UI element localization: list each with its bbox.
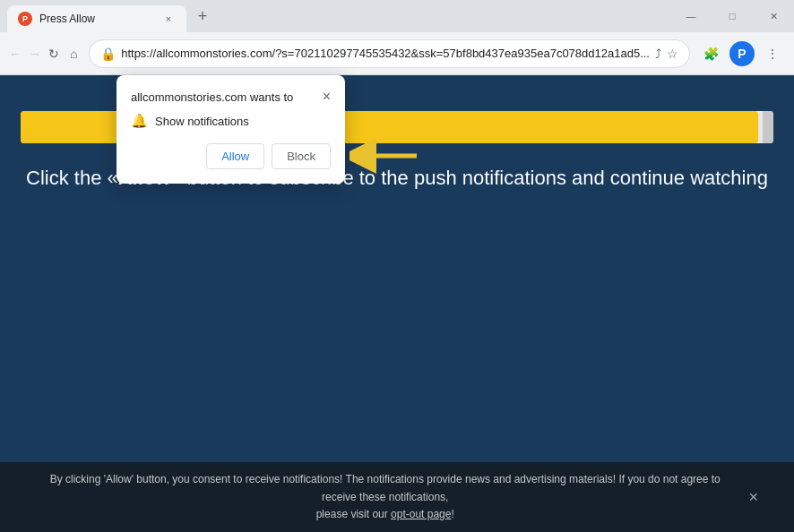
profile-avatar: P bbox=[729, 41, 755, 66]
popup-notification-row: 🔔 Show notifications bbox=[131, 113, 331, 129]
active-tab[interactable]: P Press Allow × bbox=[7, 5, 186, 32]
forward-button[interactable]: → bbox=[27, 39, 43, 68]
tab-bar: P Press Allow × + — □ ✕ bbox=[0, 0, 794, 32]
page-content: allcommonstories.com wants to × 🔔 Show n… bbox=[0, 75, 794, 532]
block-button[interactable]: Block bbox=[272, 143, 331, 169]
tab-title: Press Allow bbox=[39, 13, 154, 25]
banner-text2: please visit our bbox=[316, 508, 391, 520]
banner-main-text: By clicking 'Allow' button, you consent … bbox=[50, 473, 721, 502]
notification-popup: allcommonstories.com wants to × 🔔 Show n… bbox=[117, 75, 345, 184]
popup-close-button[interactable]: × bbox=[323, 90, 331, 104]
address-bar: ← → ↻ ⌂ 🔒 https://allcommonstories.com/?… bbox=[0, 32, 794, 75]
back-button[interactable]: ← bbox=[7, 39, 23, 68]
url-bar[interactable]: 🔒 https://allcommonstories.com/?s=702110… bbox=[89, 39, 690, 68]
banner-text3: ! bbox=[451, 508, 453, 520]
browser-window: P Press Allow × + — □ ✕ ← → ↻ ⌂ 🔒 https:… bbox=[0, 0, 794, 532]
home-button[interactable]: ⌂ bbox=[65, 39, 82, 68]
url-text: https://allcommonstories.com/?s=70211029… bbox=[121, 47, 650, 60]
popup-header: allcommonstories.com wants to × bbox=[131, 90, 331, 104]
popup-notification-label: Show notifications bbox=[155, 115, 249, 128]
progress-end-mark bbox=[763, 111, 773, 143]
window-controls: — □ ✕ bbox=[670, 0, 794, 32]
tab-favicon: P bbox=[18, 12, 32, 26]
tab-close-button[interactable]: × bbox=[161, 12, 176, 26]
minimize-button[interactable]: — bbox=[670, 0, 712, 32]
extensions-button[interactable]: 🧩 bbox=[697, 39, 726, 68]
body-text-before: Click the « bbox=[26, 167, 118, 189]
maximize-button[interactable]: □ bbox=[712, 0, 753, 32]
bottom-banner: By clicking 'Allow' button, you consent … bbox=[0, 462, 794, 532]
lock-icon: 🔒 bbox=[100, 47, 116, 61]
arrow-indicator bbox=[350, 138, 421, 177]
banner-text: By clicking 'Allow' button, you consent … bbox=[36, 471, 734, 523]
banner-close-button[interactable]: × bbox=[748, 485, 758, 511]
bell-icon: 🔔 bbox=[131, 113, 148, 129]
opt-out-link[interactable]: opt-out page bbox=[391, 508, 451, 520]
menu-button[interactable]: ⋮ bbox=[758, 39, 787, 68]
toolbar-icons: 🧩 P ⋮ bbox=[697, 39, 787, 68]
refresh-button[interactable]: ↻ bbox=[47, 39, 63, 68]
popup-title: allcommonstories.com wants to bbox=[131, 90, 293, 104]
close-window-button[interactable]: ✕ bbox=[753, 0, 794, 32]
allow-button[interactable]: Allow bbox=[206, 143, 264, 169]
share-icon[interactable]: ⤴ bbox=[655, 47, 661, 61]
profile-button[interactable]: P bbox=[728, 39, 756, 68]
new-tab-button[interactable]: + bbox=[190, 4, 215, 29]
bookmark-icon[interactable]: ☆ bbox=[667, 47, 678, 61]
popup-buttons: Allow Block bbox=[131, 143, 331, 169]
